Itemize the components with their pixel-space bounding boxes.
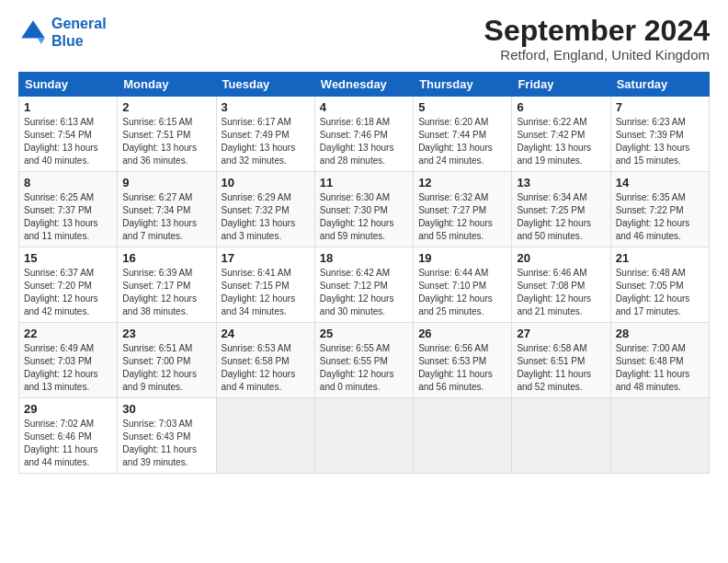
col-wednesday: Wednesday: [314, 73, 413, 97]
day-number: 2: [122, 100, 210, 114]
day-info: Sunrise: 6:37 AMSunset: 7:20 PMDaylight:…: [24, 268, 98, 316]
day-info: Sunrise: 7:00 AMSunset: 6:48 PMDaylight:…: [616, 343, 690, 392]
day-info: Sunrise: 6:13 AMSunset: 7:54 PMDaylight:…: [24, 117, 98, 166]
day-info: Sunrise: 6:27 AMSunset: 7:34 PMDaylight:…: [122, 192, 197, 241]
table-row: 6Sunrise: 6:22 AMSunset: 7:42 PMDaylight…: [512, 97, 610, 172]
day-info: Sunrise: 6:23 AMSunset: 7:39 PMDaylight:…: [616, 117, 690, 166]
day-number: 23: [122, 327, 210, 340]
month-title: September 2024: [484, 15, 710, 47]
day-number: 11: [320, 176, 408, 190]
day-number: 20: [517, 251, 605, 265]
week-row-1: 8Sunrise: 6:25 AMSunset: 7:37 PMDaylight…: [19, 172, 710, 247]
day-number: 12: [418, 176, 506, 190]
day-info: Sunrise: 6:30 AMSunset: 7:30 PMDaylight:…: [320, 192, 394, 241]
day-number: 15: [24, 251, 112, 265]
table-row: 27Sunrise: 6:58 AMSunset: 6:51 PMDayligh…: [512, 323, 610, 398]
table-row: 26Sunrise: 6:56 AMSunset: 6:53 PMDayligh…: [414, 323, 512, 398]
day-info: Sunrise: 7:03 AMSunset: 6:43 PMDaylight:…: [122, 419, 197, 467]
day-info: Sunrise: 6:49 AMSunset: 7:03 PMDaylight:…: [24, 343, 98, 392]
day-number: 8: [24, 176, 112, 190]
table-row: 17Sunrise: 6:41 AMSunset: 7:15 PMDayligh…: [216, 247, 314, 323]
day-info: Sunrise: 6:22 AMSunset: 7:42 PMDaylight:…: [517, 117, 591, 166]
table-row: 20Sunrise: 6:46 AMSunset: 7:08 PMDayligh…: [512, 247, 610, 323]
day-number: 21: [616, 251, 704, 265]
table-row: 4Sunrise: 6:18 AMSunset: 7:46 PMDaylight…: [314, 97, 413, 172]
day-number: 30: [122, 402, 210, 416]
col-sunday: Sunday: [19, 73, 118, 97]
svg-marker-0: [21, 20, 45, 38]
day-number: 17: [222, 251, 310, 265]
day-info: Sunrise: 6:56 AMSunset: 6:53 PMDaylight:…: [418, 343, 493, 392]
day-info: Sunrise: 7:02 AMSunset: 6:46 PMDaylight:…: [24, 419, 98, 467]
day-number: 10: [222, 176, 310, 190]
table-row: 9Sunrise: 6:27 AMSunset: 7:34 PMDaylight…: [118, 172, 216, 247]
table-row: 1Sunrise: 6:13 AMSunset: 7:54 PMDaylight…: [19, 97, 118, 172]
day-number: 14: [616, 176, 704, 190]
day-number: 13: [517, 176, 605, 190]
col-friday: Friday: [512, 73, 610, 97]
table-row: [414, 398, 512, 474]
week-row-3: 22Sunrise: 6:49 AMSunset: 7:03 PMDayligh…: [19, 323, 710, 398]
day-number: 16: [122, 251, 210, 265]
table-row: 3Sunrise: 6:17 AMSunset: 7:49 PMDaylight…: [216, 97, 314, 172]
day-info: Sunrise: 6:53 AMSunset: 6:58 PMDaylight:…: [222, 343, 296, 392]
title-block: September 2024 Retford, England, United …: [484, 15, 710, 63]
calendar-table: Sunday Monday Tuesday Wednesday Thursday…: [18, 72, 710, 474]
table-row: 22Sunrise: 6:49 AMSunset: 7:03 PMDayligh…: [19, 323, 118, 398]
day-info: Sunrise: 6:42 AMSunset: 7:12 PMDaylight:…: [320, 268, 394, 316]
day-number: 18: [320, 251, 408, 265]
day-number: 29: [24, 402, 112, 416]
table-row: [512, 398, 610, 474]
table-row: 30Sunrise: 7:03 AMSunset: 6:43 PMDayligh…: [118, 398, 216, 474]
day-info: Sunrise: 6:46 AMSunset: 7:08 PMDaylight:…: [517, 268, 591, 316]
day-info: Sunrise: 6:29 AMSunset: 7:32 PMDaylight:…: [222, 192, 296, 241]
day-number: 28: [616, 327, 704, 340]
day-info: Sunrise: 6:58 AMSunset: 6:51 PMDaylight:…: [517, 343, 591, 392]
col-tuesday: Tuesday: [216, 73, 314, 97]
table-row: 7Sunrise: 6:23 AMSunset: 7:39 PMDaylight…: [610, 97, 709, 172]
day-info: Sunrise: 6:39 AMSunset: 7:17 PMDaylight:…: [122, 268, 197, 316]
day-number: 5: [418, 100, 506, 114]
day-number: 9: [122, 176, 210, 190]
table-row: 14Sunrise: 6:35 AMSunset: 7:22 PMDayligh…: [610, 172, 709, 247]
calendar-body: 1Sunrise: 6:13 AMSunset: 7:54 PMDaylight…: [19, 97, 710, 474]
location: Retford, England, United Kingdom: [484, 47, 710, 63]
logo-line2: Blue: [51, 33, 84, 49]
table-row: 28Sunrise: 7:00 AMSunset: 6:48 PMDayligh…: [610, 323, 709, 398]
day-number: 22: [24, 327, 112, 340]
table-row: 29Sunrise: 7:02 AMSunset: 6:46 PMDayligh…: [19, 398, 118, 474]
table-row: 11Sunrise: 6:30 AMSunset: 7:30 PMDayligh…: [314, 172, 413, 247]
day-info: Sunrise: 6:25 AMSunset: 7:37 PMDaylight:…: [24, 192, 98, 241]
col-monday: Monday: [118, 73, 216, 97]
day-number: 3: [222, 100, 310, 114]
logo-text: General Blue: [51, 15, 107, 50]
header-row: Sunday Monday Tuesday Wednesday Thursday…: [19, 73, 710, 97]
logo: General Blue: [18, 15, 107, 50]
day-info: Sunrise: 6:51 AMSunset: 7:00 PMDaylight:…: [122, 343, 197, 392]
day-info: Sunrise: 6:44 AMSunset: 7:10 PMDaylight:…: [418, 268, 493, 316]
day-info: Sunrise: 6:32 AMSunset: 7:27 PMDaylight:…: [418, 192, 493, 241]
table-row: 24Sunrise: 6:53 AMSunset: 6:58 PMDayligh…: [216, 323, 314, 398]
table-row: 12Sunrise: 6:32 AMSunset: 7:27 PMDayligh…: [414, 172, 512, 247]
day-number: 19: [418, 251, 506, 265]
svg-marker-1: [38, 39, 45, 44]
week-row-0: 1Sunrise: 6:13 AMSunset: 7:54 PMDaylight…: [19, 97, 710, 172]
day-info: Sunrise: 6:35 AMSunset: 7:22 PMDaylight:…: [616, 192, 690, 241]
day-info: Sunrise: 6:20 AMSunset: 7:44 PMDaylight:…: [418, 117, 493, 166]
table-row: 19Sunrise: 6:44 AMSunset: 7:10 PMDayligh…: [414, 247, 512, 323]
day-info: Sunrise: 6:48 AMSunset: 7:05 PMDaylight:…: [616, 268, 690, 316]
day-number: 6: [517, 100, 605, 114]
table-row: 8Sunrise: 6:25 AMSunset: 7:37 PMDaylight…: [19, 172, 118, 247]
table-row: 13Sunrise: 6:34 AMSunset: 7:25 PMDayligh…: [512, 172, 610, 247]
day-number: 1: [24, 100, 112, 114]
table-row: 25Sunrise: 6:55 AMSunset: 6:55 PMDayligh…: [314, 323, 413, 398]
day-number: 27: [517, 327, 605, 340]
table-row: [610, 398, 709, 474]
table-row: 23Sunrise: 6:51 AMSunset: 7:00 PMDayligh…: [118, 323, 216, 398]
header: General Blue September 2024 Retford, Eng…: [18, 15, 710, 63]
table-row: 21Sunrise: 6:48 AMSunset: 7:05 PMDayligh…: [610, 247, 709, 323]
week-row-4: 29Sunrise: 7:02 AMSunset: 6:46 PMDayligh…: [19, 398, 710, 474]
table-row: 5Sunrise: 6:20 AMSunset: 7:44 PMDaylight…: [414, 97, 512, 172]
day-info: Sunrise: 6:55 AMSunset: 6:55 PMDaylight:…: [320, 343, 394, 392]
day-number: 7: [616, 100, 704, 114]
